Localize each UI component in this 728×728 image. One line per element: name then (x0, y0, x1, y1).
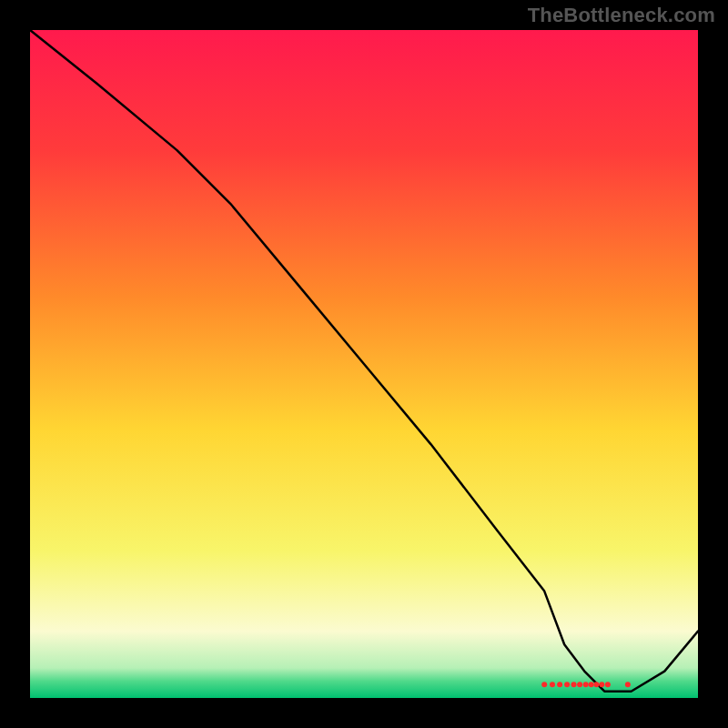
marker-dot (577, 682, 582, 687)
marker-dot (557, 682, 562, 687)
marker-dot (599, 682, 604, 687)
marker-dot (583, 682, 589, 687)
marker-dot (593, 682, 599, 687)
marker-dot (605, 682, 611, 687)
marker-dot (589, 682, 594, 687)
chart-stage: TheBottleneck.com (0, 0, 728, 728)
marker-dot (564, 682, 570, 687)
bottleneck-chart (0, 0, 728, 728)
marker-dot (550, 682, 555, 687)
marker-dot (625, 682, 631, 687)
marker-dot (541, 682, 547, 687)
marker-dot (571, 682, 577, 687)
